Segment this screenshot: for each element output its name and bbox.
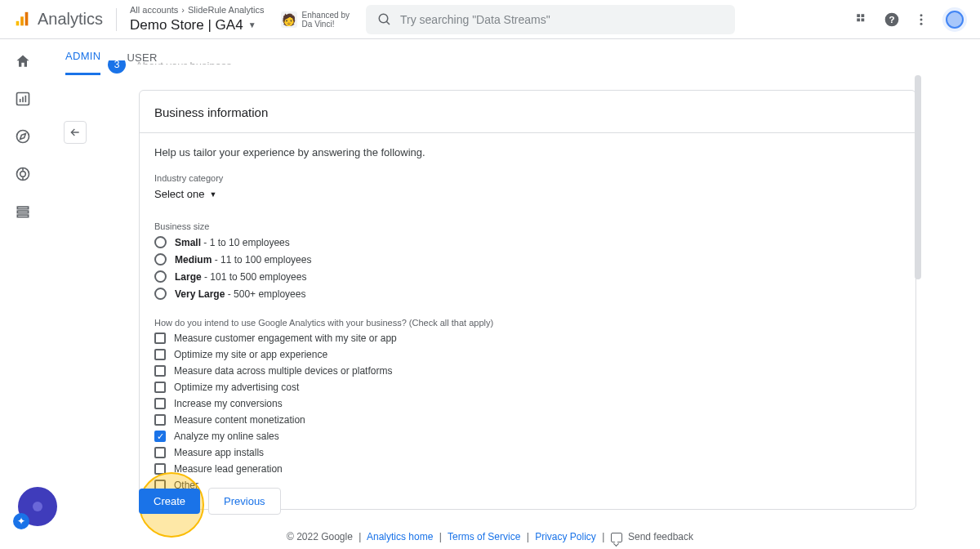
feedback-icon [611, 533, 622, 542]
checkbox-icon [154, 398, 166, 409]
top-header: Analytics All accounts › SlideRule Analy… [0, 0, 980, 39]
checkbox-label: Optimize my advertising cost [174, 382, 299, 393]
breadcrumb: All accounts › SlideRule Analytics [130, 4, 265, 16]
link-privacy[interactable]: Privacy Policy [535, 531, 596, 542]
checkbox-intent-5[interactable]: Measure content monetization [154, 414, 901, 426]
tab-admin[interactable]: ADMIN [65, 39, 100, 75]
enhanced-badge[interactable]: 🧑 Enhanced by Da Vinci! [281, 11, 350, 29]
svg-rect-17 [25, 96, 27, 102]
industry-select[interactable]: Select one ▼ [154, 188, 901, 200]
link-analytics-home[interactable]: Analytics home [367, 531, 433, 542]
checkbox-intent-2[interactable]: Measure data across multiple devices or … [154, 365, 901, 377]
apps-icon[interactable] [854, 11, 871, 28]
step-header: 3 About your business [108, 60, 916, 75]
business-size-label: Business size [154, 221, 901, 231]
property-name: Demo Store | GA4 [130, 16, 243, 34]
link-send-feedback[interactable]: Send feedback [628, 531, 693, 542]
industry-value: Select one [154, 188, 204, 200]
svg-point-13 [920, 22, 923, 25]
caret-down-icon: ▼ [209, 190, 216, 199]
business-size-radios: Small - 1 to 10 employees Medium - 11 to… [154, 236, 901, 300]
advertising-icon[interactable] [14, 165, 32, 183]
logo-section[interactable]: Analytics [13, 10, 103, 29]
checkbox-label: Measure content monetization [174, 414, 305, 426]
svg-rect-23 [17, 215, 28, 217]
checkbox-icon [154, 349, 166, 360]
checkbox-icon [154, 447, 166, 458]
radio-medium[interactable]: Medium - 11 to 100 employees [154, 253, 901, 266]
radio-icon [154, 270, 167, 283]
svg-point-3 [379, 14, 388, 23]
enhanced-text: Enhanced by Da Vinci! [302, 11, 350, 29]
checkbox-intent-7[interactable]: Measure app installs [154, 447, 901, 458]
svg-rect-22 [17, 211, 28, 213]
main-content: 3 About your business Business informati… [108, 60, 916, 520]
checkbox-label: Measure customer engagement with my site… [174, 333, 397, 344]
scrollbar[interactable] [915, 75, 921, 279]
card-title: Business information [140, 91, 915, 133]
checkbox-label: Analyze my online sales [174, 431, 279, 442]
search-box[interactable]: Try searching "Data Streams" [366, 5, 735, 34]
previous-button[interactable]: Previous [208, 488, 281, 515]
radio-icon [154, 288, 167, 300]
radio-small[interactable]: Small - 1 to 10 employees [154, 236, 901, 248]
checkbox-icon [154, 333, 166, 344]
checkbox-intent-6[interactable]: ✓Analyze my online sales [154, 431, 901, 442]
configure-icon[interactable] [14, 203, 32, 221]
svg-point-11 [920, 14, 923, 16]
intent-label: How do you intend to use Google Analytic… [154, 318, 901, 328]
fab-sub-icon[interactable]: ✦ [13, 513, 29, 529]
back-button[interactable] [64, 121, 87, 144]
radio-very-large[interactable]: Very Large - 500+ employees [154, 288, 901, 300]
svg-rect-6 [862, 14, 865, 17]
action-buttons: Create Previous [139, 488, 281, 515]
breadcrumb-account: SlideRule Analytics [188, 4, 265, 16]
help-text: Help us tailor your experience by answer… [154, 146, 901, 158]
checkbox-icon [154, 414, 166, 426]
checkbox-label: Measure app installs [174, 447, 264, 458]
search-placeholder: Try searching "Data Streams" [400, 13, 550, 26]
reports-icon[interactable] [14, 90, 32, 108]
step-title: About your business [136, 60, 232, 65]
checkbox-intent-3[interactable]: Optimize my advertising cost [154, 382, 901, 393]
more-vert-icon[interactable] [913, 11, 929, 28]
chevron-right-icon: › [181, 4, 185, 16]
step-number-badge: 3 [108, 60, 126, 74]
fab-dot-icon [33, 502, 42, 511]
explore-icon[interactable] [14, 127, 32, 145]
analytics-logo-icon [13, 11, 31, 29]
industry-label: Industry category [154, 173, 901, 183]
checkbox-intent-0[interactable]: Measure customer engagement with my site… [154, 333, 901, 344]
radio-large[interactable]: Large - 101 to 500 employees [154, 270, 901, 283]
breadcrumb-all: All accounts [130, 4, 178, 16]
checkbox-label: Measure data across multiple devices or … [174, 365, 392, 377]
checkbox-label: Measure lead generation [174, 463, 283, 475]
svg-rect-1 [20, 16, 24, 25]
user-avatar[interactable] [942, 7, 967, 32]
checkbox-intent-1[interactable]: Optimize my site or app experience [154, 349, 901, 360]
create-button[interactable]: Create [139, 489, 200, 514]
header-right: ? [854, 7, 967, 32]
help-icon[interactable]: ? [884, 11, 900, 28]
svg-rect-15 [20, 99, 21, 102]
svg-rect-2 [25, 11, 29, 25]
account-selector[interactable]: All accounts › SlideRule Analytics Demo … [130, 4, 265, 33]
svg-rect-16 [22, 97, 24, 103]
search-icon [377, 12, 392, 27]
checkbox-icon [154, 463, 166, 475]
checkbox-icon [154, 382, 166, 393]
svg-rect-7 [857, 18, 860, 21]
home-icon[interactable] [14, 52, 32, 70]
davinci-icon: 🧑 [281, 11, 297, 28]
footer: © 2022 Google | Analytics home | Terms o… [0, 531, 980, 542]
link-terms[interactable]: Terms of Service [448, 531, 520, 542]
divider [116, 8, 117, 31]
intent-checkboxes: Measure customer engagement with my site… [154, 333, 901, 491]
checkbox-intent-4[interactable]: Increase my conversions [154, 398, 901, 409]
radio-icon [154, 236, 167, 248]
svg-rect-0 [16, 20, 20, 25]
checkbox-icon: ✓ [154, 431, 166, 442]
radio-icon [154, 253, 167, 266]
checkbox-intent-8[interactable]: Measure lead generation [154, 463, 901, 475]
svg-rect-5 [857, 14, 860, 17]
